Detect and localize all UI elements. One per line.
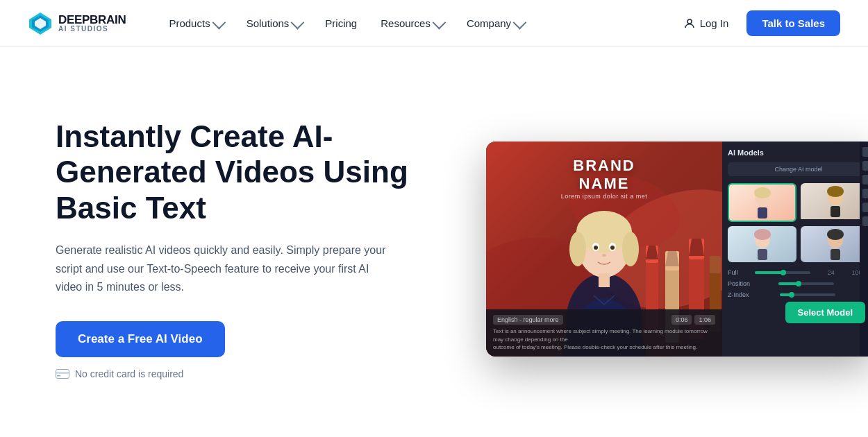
side-icon-3[interactable]	[862, 175, 868, 185]
model-grid	[728, 183, 868, 262]
language-tag: English - regular more	[493, 315, 563, 325]
side-icon-5[interactable]	[862, 203, 868, 212]
control-label-zindex: Z-Index	[728, 291, 749, 298]
side-icon-4[interactable]	[862, 189, 868, 198]
hero-mockup: BRAND NAME Lorem ipsum dolor sit a met	[486, 142, 868, 357]
svg-point-39	[754, 229, 771, 240]
svg-point-17	[594, 246, 598, 250]
control-slider-full[interactable]	[755, 271, 810, 274]
svg-point-19	[602, 254, 606, 257]
panel-side-icons	[860, 142, 868, 357]
logo-sub: AI STUDIOS	[58, 26, 126, 33]
control-label-position: Position	[728, 280, 750, 287]
model-thumb-4[interactable]	[801, 226, 868, 262]
model-face-1	[729, 185, 795, 221]
control-slider-position[interactable]	[778, 282, 834, 285]
no-credit-label: No credit card is required	[56, 368, 431, 379]
control-label-full: Full	[728, 269, 738, 276]
time-tags: 0:06 1:06	[671, 315, 715, 325]
model-face-3	[728, 226, 796, 262]
model-face-2	[801, 183, 868, 219]
svg-point-36	[827, 186, 844, 197]
svg-rect-40	[758, 249, 767, 260]
chevron-down-icon	[432, 15, 446, 29]
talk-to-sales-button[interactable]: Talk to Sales	[746, 10, 840, 36]
bottom-bar-top: English - regular more 0:06 1:06	[493, 315, 715, 325]
video-preview: BRAND NAME Lorem ipsum dolor sit a met	[486, 142, 722, 357]
svg-rect-20	[599, 273, 610, 287]
logo[interactable]: DEEPBRAIN AI STUDIOS	[28, 11, 126, 36]
chevron-down-icon	[291, 15, 305, 29]
brand-name-text: BRAND NAME	[545, 157, 663, 193]
svg-point-14	[622, 232, 639, 266]
svg-rect-31	[710, 256, 721, 273]
ai-models-panel: AI Models Change AI model	[722, 142, 868, 357]
credit-card-icon	[56, 369, 69, 379]
nav-item-pricing[interactable]: Pricing	[315, 12, 367, 35]
script-bar: English - regular more 0:06 1:06 Text is…	[486, 309, 722, 357]
model-thumb-2[interactable]	[801, 183, 868, 222]
brand-overlay: BRAND NAME Lorem ipsum dolor sit a met	[545, 157, 663, 200]
logo-text: DEEPBRAIN AI STUDIOS	[58, 14, 126, 33]
model-face-4	[801, 226, 868, 262]
model-thumb-1[interactable]	[728, 183, 796, 222]
chevron-down-icon	[513, 15, 527, 29]
logo-icon	[28, 11, 53, 36]
logo-brand: DEEPBRAIN	[58, 14, 126, 26]
time-tag-2: 1:06	[694, 315, 715, 325]
svg-point-3	[687, 19, 692, 24]
svg-point-33	[754, 187, 771, 198]
hero-title: Instantly Create AI-Generated Videos Usi…	[56, 119, 431, 227]
create-free-video-button[interactable]: Create a Free AI Video	[56, 321, 225, 357]
product-mockup: BRAND NAME Lorem ipsum dolor sit a met	[486, 142, 868, 357]
control-val-full: 24	[828, 269, 835, 276]
side-icon-1[interactable]	[862, 147, 868, 157]
side-icon-6[interactable]	[862, 216, 868, 226]
login-button[interactable]: Log In	[674, 12, 739, 35]
control-row-full: Full 24 100 %	[728, 269, 868, 276]
script-text: Text is an announcement where subject si…	[493, 327, 715, 351]
svg-rect-5	[56, 372, 69, 374]
svg-rect-43	[831, 249, 840, 260]
nav-item-company[interactable]: Company	[457, 12, 533, 35]
nav-actions: Log In Talk to Sales	[674, 10, 840, 36]
control-row-zindex: Z-Index 1	[728, 291, 868, 298]
model-thumb-3[interactable]	[728, 226, 796, 262]
user-icon	[683, 17, 696, 30]
hero-content: Instantly Create AI-Generated Videos Usi…	[56, 119, 431, 380]
svg-point-42	[827, 229, 844, 240]
nav-item-solutions[interactable]: Solutions	[237, 12, 312, 35]
time-tag-1: 0:06	[671, 315, 692, 325]
control-slider-zindex[interactable]	[780, 293, 835, 296]
control-row-position: Position 34	[728, 280, 868, 287]
select-model-button[interactable]: Select Model	[785, 302, 865, 323]
chevron-down-icon	[212, 15, 226, 29]
nav-item-products[interactable]: Products	[159, 12, 232, 35]
svg-rect-37	[831, 206, 840, 217]
nav-items: Products Solutions Pricing Resources Com…	[159, 12, 673, 35]
panel-title: AI Models	[728, 148, 868, 157]
hero-section: Instantly Create AI-Generated Videos Usi…	[0, 47, 868, 437]
side-icon-2[interactable]	[862, 161, 868, 171]
navbar: DEEPBRAIN AI STUDIOS Products Solutions …	[0, 0, 868, 47]
svg-point-13	[569, 232, 586, 266]
panel-controls: Full 24 100 % Position	[728, 269, 868, 298]
svg-point-18	[610, 246, 615, 250]
svg-rect-34	[758, 207, 767, 218]
change-model-label[interactable]: Change AI model	[728, 162, 868, 176]
hero-description: Generate realistic AI videos quickly and…	[56, 241, 396, 296]
nav-item-resources[interactable]: Resources	[371, 12, 453, 35]
svg-rect-6	[57, 375, 60, 377]
